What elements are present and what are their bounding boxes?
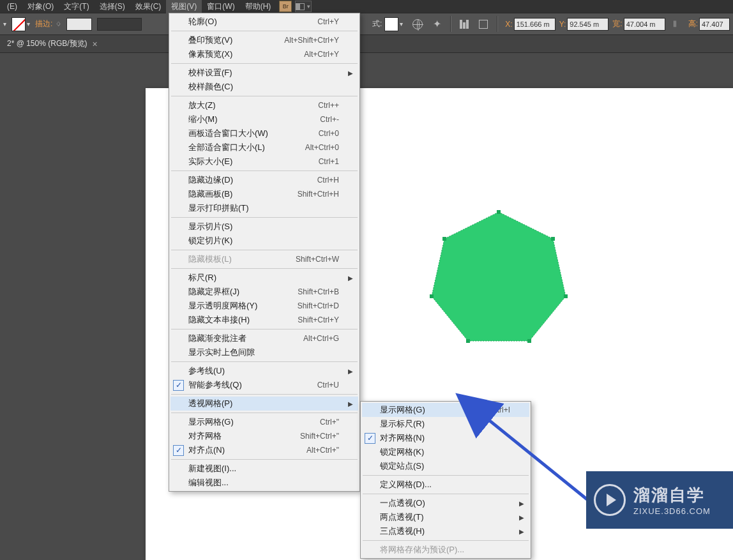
menu-view[interactable]: 视图(V): [166, 0, 202, 13]
menu-item-label: 校样设置(F): [188, 67, 339, 79]
menu-item-label: 隐藏边缘(D): [188, 174, 292, 186]
svg-rect-7: [442, 237, 446, 241]
h-input[interactable]: [699, 18, 730, 31]
menu-item-label: 隐藏渐变批注者: [188, 333, 278, 344]
menu-item-label: 锁定站点(S): [380, 460, 510, 472]
play-icon: [594, 484, 626, 516]
perspective-grid-submenu: 显示网格(G)Shift+Ctrl+I显示标尺(R)✓对齐网格(N)锁定网格(K…: [360, 401, 531, 559]
view-menu-item-21: 隐藏模板(L)Shift+Ctrl+W: [170, 252, 358, 266]
watermark-badge: 溜溜自学 ZIXUE.3D66.COM: [586, 471, 733, 529]
view-menu-item-3[interactable]: 像素预览(X)Alt+Ctrl+Y: [170, 47, 358, 61]
menu-text[interactable]: 文字(T): [59, 0, 94, 13]
view-menu-item-37[interactable]: 对齐网格Shift+Ctrl+": [170, 429, 358, 443]
view-menu-item-6[interactable]: 校样颜色(C): [170, 80, 358, 94]
menu-window[interactable]: 窗口(W): [202, 0, 239, 13]
fill-swatch[interactable]: [11, 17, 26, 31]
globe-icon[interactable]: [409, 16, 426, 33]
perspective-menu-item-1[interactable]: 显示标尺(R): [362, 417, 529, 431]
close-tab-icon[interactable]: ×: [93, 39, 98, 49]
view-menu-item-23[interactable]: 标尺(R)▶: [170, 271, 358, 285]
view-menu-item-10[interactable]: 画板适合窗口大小(W)Ctrl+0: [170, 126, 358, 140]
submenu-arrow-icon: ▶: [348, 368, 353, 375]
menu-separator: [171, 63, 358, 64]
menu-separator: [171, 268, 358, 269]
menu-item-label: 显示透明度网格(Y): [188, 300, 272, 312]
view-menu-item-32[interactable]: ✓智能参考线(Q)Ctrl+U: [170, 378, 358, 392]
align-icon[interactable]: [456, 16, 472, 33]
svg-rect-5: [466, 339, 470, 343]
perspective-menu-item-8[interactable]: 一点透视(O)▶: [362, 496, 529, 510]
link-wh-icon[interactable]: ⦀: [667, 16, 683, 33]
shape-mode-icon[interactable]: [475, 16, 492, 33]
svg-rect-1: [497, 210, 501, 214]
menu-item-shortcut: Ctrl+H: [317, 176, 339, 185]
submenu-arrow-icon: ▶: [348, 275, 353, 282]
view-menu-item-31[interactable]: 参考线(U)▶: [170, 364, 358, 378]
menu-item-label: 定义网格(D)...: [380, 479, 510, 490]
menu-separator: [171, 31, 358, 31]
view-menu-item-2[interactable]: 叠印预览(V)Alt+Shift+Ctrl+Y: [170, 33, 358, 47]
view-menu-item-29[interactable]: 显示实时上色间隙: [170, 345, 358, 359]
menu-effect[interactable]: 效果(C): [130, 0, 167, 13]
menu-item-label: 一点透视(O): [380, 497, 510, 509]
menu-select[interactable]: 选择(S): [94, 0, 130, 13]
menu-edit[interactable]: (E): [2, 1, 22, 12]
view-menu-item-28[interactable]: 隐藏渐变批注者Alt+Ctrl+G: [170, 331, 358, 345]
bridge-icon[interactable]: Br: [279, 1, 292, 12]
view-menu-item-24[interactable]: 隐藏定界框(J)Shift+Ctrl+B: [170, 285, 358, 299]
view-menu-item-34[interactable]: 透视网格(P)▶: [170, 397, 358, 411]
menu-separator: [171, 250, 358, 250]
perspective-menu-item-4[interactable]: 锁定站点(S): [362, 459, 529, 473]
svg-rect-4: [527, 339, 531, 343]
y-input[interactable]: [567, 18, 608, 31]
check-icon: ✓: [365, 433, 375, 444]
perspective-menu-item-2[interactable]: ✓对齐网格(N): [362, 431, 529, 445]
style-label: 式:: [372, 19, 382, 29]
view-menu-item-19[interactable]: 锁定切片(K): [170, 234, 358, 248]
screen-mode-icon[interactable]: ▼: [295, 1, 312, 12]
perspective-menu-item-10[interactable]: 三点透视(H)▶: [362, 524, 529, 538]
view-menu-item-40[interactable]: 新建视图(I)...: [170, 462, 358, 476]
document-tab[interactable]: 2* @ 150% (RGB/预览) ×: [3, 36, 104, 52]
menu-separator: [171, 394, 358, 395]
view-menu-item-9[interactable]: 缩小(M)Ctrl+-: [170, 112, 358, 126]
view-menu-item-25[interactable]: 显示透明度网格(Y)Shift+Ctrl+D: [170, 299, 358, 313]
heptagon-shape[interactable]: [428, 207, 569, 347]
menu-item-shortcut: Shift+Ctrl+": [300, 432, 339, 441]
stroke-style-input[interactable]: [97, 18, 142, 31]
menu-object[interactable]: 对象(O): [22, 0, 59, 13]
view-menu-item-18[interactable]: 显示切片(S): [170, 220, 358, 234]
menu-item-label: 两点透视(T): [380, 511, 510, 523]
view-menu-item-8[interactable]: 放大(Z)Ctrl++: [170, 98, 358, 112]
recolor-icon[interactable]: ✦: [428, 16, 445, 33]
menu-help[interactable]: 帮助(H): [240, 0, 276, 13]
menu-item-label: 放大(Z): [188, 100, 292, 111]
view-menu-item-38[interactable]: ✓对齐点(N)Alt+Ctrl+": [170, 443, 358, 457]
view-menu-item-16[interactable]: 显示打印拼贴(T): [170, 201, 358, 215]
menu-item-shortcut: Ctrl+": [320, 418, 339, 427]
view-menu-item-0[interactable]: 轮廓(O)Ctrl+Y: [170, 15, 358, 29]
x-input[interactable]: [514, 18, 555, 31]
menu-item-shortcut: Ctrl+1: [319, 157, 339, 166]
perspective-menu-item-9[interactable]: 两点透视(T)▶: [362, 510, 529, 524]
menu-item-label: 隐藏文本串接(H): [188, 314, 272, 326]
menu-item-shortcut: Ctrl++: [318, 101, 339, 110]
view-menu-item-41[interactable]: 编辑视图...: [170, 476, 358, 490]
perspective-menu-item-3[interactable]: 锁定网格(K): [362, 445, 529, 459]
w-input[interactable]: [624, 18, 665, 31]
style-swatch[interactable]: [384, 17, 398, 31]
menu-item-label: 三点透视(H): [380, 526, 510, 537]
perspective-menu-item-0[interactable]: 显示网格(G)Shift+Ctrl+I: [362, 403, 529, 417]
menu-item-label: 隐藏画板(B): [188, 188, 272, 200]
view-menu-item-36[interactable]: 显示网格(G)Ctrl+": [170, 415, 358, 429]
perspective-menu-item-6[interactable]: 定义网格(D)...: [362, 478, 529, 492]
view-menu-item-26[interactable]: 隐藏文本串接(H)Shift+Ctrl+Y: [170, 313, 358, 327]
menu-item-shortcut: Ctrl+-: [320, 115, 339, 124]
view-menu-item-15[interactable]: 隐藏画板(B)Shift+Ctrl+H: [170, 187, 358, 201]
view-menu-item-14[interactable]: 隐藏边缘(D)Ctrl+H: [170, 173, 358, 187]
view-menu-item-12[interactable]: 实际大小(E)Ctrl+1: [170, 155, 358, 169]
stroke-weight-input[interactable]: [66, 18, 92, 31]
view-menu-item-5[interactable]: 校样设置(F)▶: [170, 66, 358, 80]
view-menu-item-11[interactable]: 全部适合窗口大小(L)Alt+Ctrl+0: [170, 140, 358, 155]
stroke-label: 描边:: [35, 19, 52, 29]
